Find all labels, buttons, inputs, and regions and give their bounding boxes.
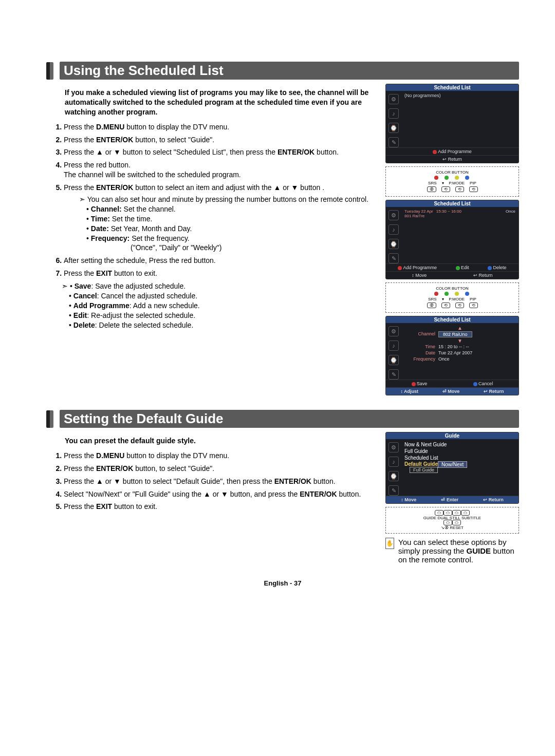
osd2-date: Tuesday 22 Apr: [404, 209, 433, 214]
guide-option-fullguide: Full Guide: [410, 467, 438, 473]
osd-screenshot-2: Scheduled List ⚙♪⌚✎ Tuesday 22 Apr 15:30…: [385, 200, 519, 279]
osd3-freq-label: Frequency: [404, 356, 435, 362]
osd-foot: ↩ Return: [483, 497, 504, 502]
osd-foot: Cancel: [473, 381, 493, 386]
osd-screenshot-guide: Guide ⚙♪⌚✎ Now & Next Guide Full Guide S…: [385, 432, 519, 504]
osd2-channel: 801 RaiTre: [404, 214, 515, 218]
osd-title: Scheduled List: [386, 200, 519, 207]
osd3-freq-value: Once: [438, 356, 450, 362]
intro-text-2: You can preset the default guide style.: [65, 436, 379, 446]
osd-foot: ↕ Move: [412, 273, 427, 278]
step-5-note: You can also set hour and minute by pres…: [79, 195, 379, 204]
osd3-channel-value: 802 RaiUno: [438, 331, 472, 337]
guide-item: Full Guide: [404, 448, 467, 455]
osd-foot-add: Add Programme: [433, 149, 472, 154]
osd-no-programmes: (No programmes): [404, 93, 515, 98]
step-3: Press the ▲ or ▼ button to select "Sched…: [64, 147, 379, 157]
remote-diagram-2: COLOR BUTTON SRS▾P.MODEPIP ⦿⟲⟲⟲: [385, 282, 519, 313]
osd-foot: ⏎ Enter: [441, 497, 458, 502]
osd-sidebar-icons: ⚙♪⌚✎: [386, 323, 401, 380]
osd-foot: ⏎ Move: [442, 389, 460, 394]
save-bullet: • Add Programme: Add a new schedule.: [69, 301, 379, 311]
osd2-time: 15:30 ~ 16:00: [436, 209, 461, 214]
osd-title: Scheduled List: [386, 84, 519, 91]
step-5-bullet: Channel: Set the channel.: [86, 204, 379, 214]
section-heading: Setting the Default Guide: [46, 410, 519, 428]
s2-step-1: Press the D.MENU button to display the D…: [64, 451, 379, 461]
step-7: Press the EXIT button to exit.: [64, 269, 379, 278]
osd-foot: ↩ Return: [484, 389, 504, 394]
hand-icon: ✋: [385, 538, 394, 549]
save-bullet: • Edit: Re-adjust the selected schedule.: [69, 311, 379, 320]
osd-foot: Add Programme: [398, 265, 437, 270]
osd2-freq: Once: [506, 209, 515, 214]
remote-diagram-1: COLOR BUTTON SRS▾P.MODEPIP ⦿⟲⟲⟲: [385, 166, 519, 197]
s2-step-2: Press the ENTER/OK button, to select "Gu…: [64, 464, 379, 474]
heading-accent-bar: [46, 62, 53, 80]
step-5-bullet: Frequency: Set the frequency.: [86, 234, 379, 243]
s2-step-3: Press the ▲ or ▼ button to select "Defau…: [64, 477, 379, 486]
step-4: Press the red button.The channel will be…: [64, 160, 379, 180]
step-2: Press the ENTER/OK button, to select "Gu…: [64, 135, 379, 145]
osd-sidebar-icons: ⚙♪⌚✎: [386, 439, 401, 496]
save-bullet: • Cancel: Cancel the adjusted schedule.: [69, 291, 379, 301]
step-5-bullet: Date: Set Year, Month and Day.: [86, 224, 379, 234]
osd3-date-label: Date: [404, 350, 435, 355]
osd3-time-value: 15 : 20 to -- : --: [438, 344, 469, 349]
osd-title: Guide: [386, 432, 519, 439]
s2-step-4: Select "Now/Next" or "Full Guide" using …: [64, 489, 379, 499]
frequency-options: ("Once", "Daily" or "Weekly"): [131, 243, 379, 253]
osd-sidebar-icons: ⚙♪⌚✎: [386, 91, 401, 147]
osd-screenshot-1: Scheduled List ⚙♪⌚✎ (No programmes) Add …: [385, 84, 519, 163]
steps-list-2: Press the D.MENU button to display the D…: [53, 451, 379, 512]
save-bullet: • Delete: Delete the selected schedule.: [69, 320, 379, 330]
down-arrow-icon: ▼: [404, 338, 515, 344]
guide-option-nownext: Now/Next: [438, 461, 467, 468]
heading-2: Setting the Default Guide: [60, 410, 519, 428]
up-arrow-icon: ▲: [404, 325, 515, 331]
heading-accent-bar: [46, 410, 53, 428]
osd3-time-label: Time: [404, 344, 435, 349]
s2-step-5: Press the EXIT button to exit.: [64, 502, 379, 512]
osd-foot: ↩ Return: [473, 273, 493, 278]
remote-diagram-3: ⬭⬭⬭⬭ GUIDE DUAL STILL SUBTITLE ⬭⬭ ↘⦿ RES…: [385, 507, 519, 534]
osd-foot: Delete: [488, 265, 506, 270]
osd-sidebar-icons: ⚙♪⌚✎: [386, 207, 401, 263]
section-heading: Using the Scheduled List: [46, 62, 519, 80]
guide-item: Now & Next Guide: [404, 441, 467, 448]
heading-1: Using the Scheduled List: [60, 62, 519, 80]
step-1: Press the D.MENU button to display the D…: [64, 122, 379, 132]
step-5-bullet: Time: Set the time.: [86, 214, 379, 224]
step-5: Press the ENTER/OK button to select an i…: [64, 183, 379, 253]
page-number: English - 37: [46, 579, 519, 587]
osd-title: Scheduled List: [386, 316, 519, 323]
osd-foot-return: ↩ Return: [442, 157, 462, 162]
osd3-date-value: Tue 22 Apr 2007: [438, 350, 472, 355]
osd-foot: ↕ Adjust: [400, 389, 418, 394]
osd-foot: Save: [412, 381, 428, 386]
osd-foot: Edit: [456, 265, 469, 270]
osd-foot: ↕ Move: [401, 497, 416, 502]
osd-screenshot-3: Scheduled List ⚙♪⌚✎ ▲ Channel802 RaiUno …: [385, 316, 519, 395]
guide-item-selected: Default Guide: [404, 461, 438, 467]
guide-item: Scheduled List: [404, 455, 467, 461]
save-bullet: • Save: Save the adjusted schedule.: [62, 281, 379, 291]
guide-note: ✋ You can select these options by simply…: [385, 538, 519, 564]
osd3-channel-label: Channel: [404, 331, 435, 337]
step-6: After setting the schedule, Press the re…: [64, 256, 379, 266]
guide-button-label: GUIDE: [467, 546, 491, 555]
steps-list: Press the D.MENU button to display the D…: [53, 122, 379, 278]
intro-text: If you make a scheduled viewing list of …: [65, 88, 379, 117]
